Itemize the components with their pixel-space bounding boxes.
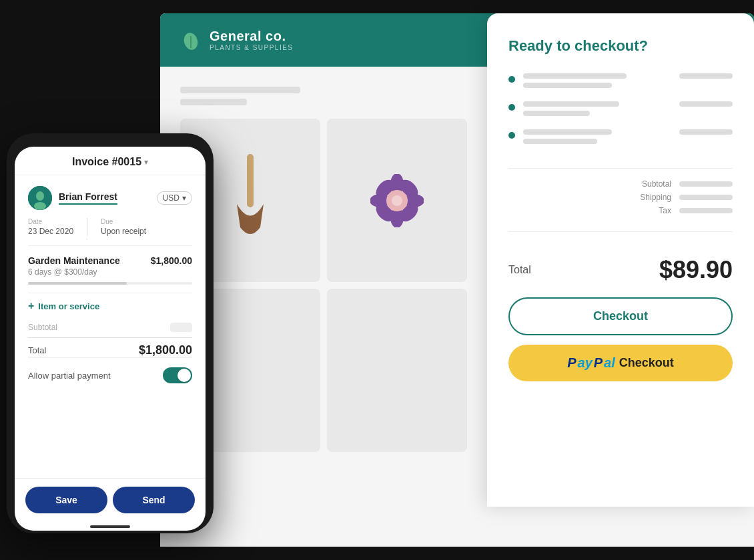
paypal-al-icon: al: [604, 355, 615, 371]
paypal-checkout-button[interactable]: P ay P al Checkout: [508, 345, 733, 381]
currency-badge[interactable]: USD ▾: [157, 191, 192, 205]
partial-payment-label: Allow partial payment: [28, 371, 111, 381]
client-info: Brian Forrest: [28, 186, 117, 210]
checkout-summary-divider: [508, 168, 733, 169]
checkout-button[interactable]: Checkout: [508, 297, 733, 335]
item-progress-fill: [28, 282, 127, 285]
date-label-text: Date: [28, 218, 73, 225]
checkout-item-line-d: [523, 111, 590, 116]
checkout-right-line-c: [679, 129, 733, 135]
paypal-p2-icon: P: [594, 355, 603, 371]
due-label-text: Due: [101, 218, 146, 225]
total-value: $1,800.00: [139, 343, 192, 357]
shipping-summary-label: Shipping: [640, 193, 671, 202]
company-info: General co. PLANTS & SUPPLIES: [210, 29, 294, 51]
svg-point-15: [34, 202, 46, 210]
date-block: Date 23 Dec 2020: [28, 218, 73, 236]
item-progress-bar: [28, 282, 192, 285]
add-item-label: Item or service: [38, 301, 99, 311]
partial-payment-toggle[interactable]: [163, 367, 192, 383]
checkout-item-line-b: [523, 83, 612, 88]
toggle-knob: [177, 369, 191, 382]
line-item-header: Garden Maintenance $1,800.00: [28, 255, 192, 266]
svg-point-12: [392, 195, 402, 206]
tax-summary-label: Tax: [659, 206, 671, 215]
shipping-summary-row: Shipping: [640, 193, 733, 202]
checkout-item-1: [508, 73, 733, 88]
total-divider: [28, 337, 192, 338]
checkout-right-line-a: [679, 73, 733, 79]
svg-point-14: [36, 191, 44, 201]
leaf-icon: [180, 29, 202, 51]
checkout-total-section: Total $89.90: [508, 256, 733, 284]
checkout-item-2: [508, 101, 733, 116]
client-name-block: Brian Forrest: [59, 191, 117, 205]
checkout-item-right-1: [679, 73, 733, 79]
date-value: 23 Dec 2020: [28, 227, 73, 236]
checkout-modal: Ready to checkout?: [487, 13, 754, 507]
subtotal-row: Subtotal: [28, 323, 192, 332]
checkout-summary: Subtotal Shipping Tax: [508, 179, 733, 215]
phone-invoice-header: Invoice #0015 ▾: [15, 147, 206, 175]
checkout-item-line-a: [523, 73, 627, 79]
paypal-logo: P ay P al: [567, 355, 615, 371]
shovel-icon: [227, 154, 274, 247]
client-row: Brian Forrest USD ▾: [28, 186, 192, 210]
currency-label: USD: [163, 193, 179, 203]
phone-body: Brian Forrest USD ▾ Date 23 Dec 2020 Due: [15, 175, 206, 478]
date-divider: [87, 218, 87, 236]
checkout-total-divider: [508, 231, 733, 232]
invoice-title: Invoice #0015: [72, 156, 141, 168]
checkout-total-label: Total: [508, 264, 531, 276]
add-item-row[interactable]: + Item or service: [28, 300, 192, 312]
product-grid: [180, 119, 467, 452]
due-value: Upon receipt: [101, 227, 146, 236]
subtotal-value: [170, 323, 192, 332]
skeleton-sub: [180, 99, 247, 105]
shipping-summary-val: [679, 195, 733, 200]
subtotal-summary-val: [679, 181, 733, 187]
client-name: Brian Forrest: [59, 191, 117, 202]
phone-notch: [83, 141, 137, 147]
date-row: Date 23 Dec 2020 Due Upon receipt: [28, 218, 192, 246]
send-button[interactable]: Send: [113, 487, 195, 513]
checkout-item-line-c: [523, 101, 619, 107]
checkout-item-right-3: [679, 129, 733, 135]
gear-flower-icon: [370, 174, 424, 227]
checkout-item-lines-2: [523, 101, 671, 116]
paypal-p-icon: P: [567, 355, 576, 371]
chevron-down-icon[interactable]: ▾: [144, 157, 148, 167]
paypal-ay-icon: ay: [578, 355, 593, 371]
skeleton-title: [180, 87, 300, 93]
phone-screen: Invoice #0015 ▾ Brian Forrest: [15, 147, 206, 531]
company-subtitle: PLANTS & SUPPLIES: [210, 44, 294, 51]
checkout-item-lines-1: [523, 73, 671, 88]
subtotal-summary-row: Subtotal: [642, 179, 733, 189]
checkout-item-right-2: [679, 101, 733, 107]
checkout-item-line-f: [523, 139, 597, 144]
product-card-gear: [327, 119, 467, 282]
total-label: Total: [28, 345, 46, 355]
save-button[interactable]: Save: [25, 487, 107, 513]
item-desc: 6 days @ $300/day: [28, 267, 192, 277]
checkout-item-lines-3: [523, 129, 671, 144]
checkout-dot-2: [508, 104, 515, 111]
currency-chevron-icon: ▾: [182, 193, 186, 203]
phone-mockup: Invoice #0015 ▾ Brian Forrest: [7, 133, 214, 533]
item-price: $1,800.00: [151, 255, 192, 266]
tax-summary-row: Tax: [659, 206, 733, 215]
checkout-modal-title: Ready to checkout?: [508, 37, 733, 55]
company-name: General co.: [210, 29, 294, 44]
svg-rect-2: [247, 154, 254, 207]
checkout-dot-3: [508, 132, 515, 139]
due-block: Due Upon receipt: [101, 218, 146, 236]
subtotal-label: Subtotal: [28, 323, 57, 332]
checkout-item-3: [508, 129, 733, 144]
tax-summary-val: [679, 208, 733, 213]
name-underline: [59, 203, 117, 205]
item-divider: [28, 293, 192, 293]
avatar: [28, 186, 52, 210]
checkout-dot-1: [508, 76, 515, 83]
checkout-item-line-e: [523, 129, 612, 135]
paypal-checkout-text: Checkout: [619, 356, 674, 370]
